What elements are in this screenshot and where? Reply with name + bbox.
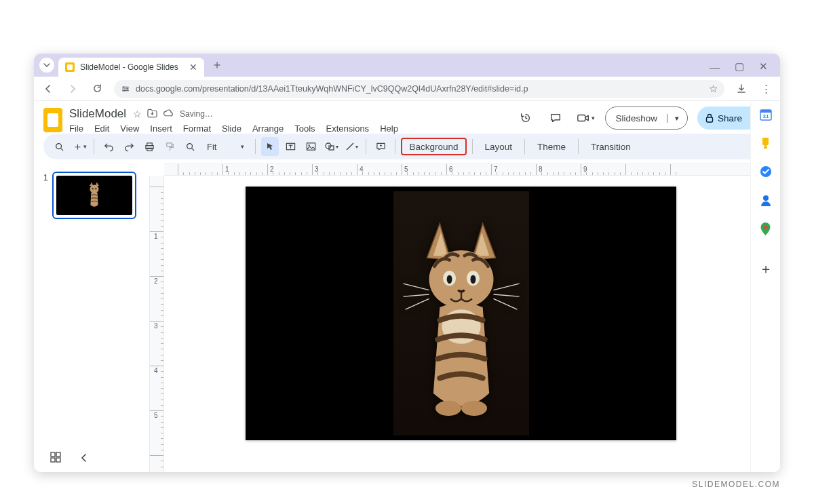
image-tool-icon[interactable] (302, 137, 319, 156)
keep-app-icon[interactable] (759, 136, 773, 150)
svg-rect-3 (578, 115, 585, 121)
zoom-icon[interactable] (181, 137, 199, 156)
star-doc-icon[interactable]: ☆ (133, 109, 142, 119)
menu-help[interactable]: Help (380, 123, 398, 134)
redo-icon[interactable] (120, 137, 138, 156)
svg-rect-9 (166, 142, 172, 146)
meet-icon[interactable]: ▾ (575, 108, 596, 128)
svg-point-36 (763, 195, 769, 201)
svg-point-22 (446, 275, 452, 284)
svg-point-25 (435, 401, 461, 416)
menu-view[interactable]: View (120, 123, 139, 134)
doc-title[interactable]: SlideModel (69, 107, 126, 121)
search-menus-icon[interactable] (50, 137, 68, 156)
slides-logo-icon[interactable] (43, 108, 62, 132)
calendar-app-icon[interactable]: 31 (759, 108, 773, 121)
slide-number: 1 (43, 172, 48, 219)
zoom-select[interactable]: Fit▾ (201, 137, 250, 156)
watermark: SLIDEMODEL.COM (692, 480, 780, 489)
nav-back-icon[interactable] (41, 81, 56, 96)
tab-close-icon[interactable]: ✕ (189, 62, 197, 73)
toolbar-divider (94, 139, 94, 154)
nav-forward-icon[interactable] (65, 81, 80, 96)
cat-thumb-image (85, 178, 104, 212)
menu-tools[interactable]: Tools (294, 123, 315, 134)
comment-tool-icon[interactable] (372, 137, 389, 156)
print-icon[interactable] (140, 137, 158, 156)
grid-view-icon[interactable] (50, 452, 61, 463)
vertical-ruler (149, 176, 164, 472)
svg-point-23 (470, 275, 476, 284)
canvas-area (149, 163, 780, 472)
svg-point-13 (309, 144, 310, 146)
layout-button[interactable]: Layout (478, 138, 520, 155)
svg-point-16 (90, 185, 98, 193)
window-minimize-icon[interactable]: — (710, 60, 720, 73)
textbox-tool-icon[interactable] (282, 137, 299, 156)
contacts-app-icon[interactable] (759, 193, 773, 207)
horizontal-ruler (164, 163, 780, 176)
bookmark-star-icon[interactable]: ☆ (709, 83, 718, 95)
line-tool-icon[interactable]: ▾ (343, 137, 360, 156)
slideshow-button[interactable]: Slideshow ▾ (605, 106, 688, 130)
tasks-app-icon[interactable] (759, 165, 773, 178)
paint-format-icon[interactable] (161, 137, 178, 156)
window-close-icon[interactable]: ✕ (759, 60, 768, 73)
slideshow-label: Slideshow (606, 113, 667, 123)
window-maximize-icon[interactable]: ▢ (735, 60, 744, 73)
svg-point-26 (461, 401, 487, 416)
add-side-panel-icon[interactable]: ＋ (759, 260, 773, 278)
toolbar-divider (578, 139, 579, 154)
menu-extensions[interactable]: Extensions (326, 123, 370, 134)
svg-rect-30 (56, 458, 60, 462)
menu-slide[interactable]: Slide (222, 123, 241, 134)
move-doc-icon[interactable] (147, 109, 157, 119)
cloud-status-icon[interactable] (163, 109, 173, 119)
menu-arrange[interactable]: Arrange (252, 123, 284, 134)
svg-rect-28 (56, 452, 60, 457)
svg-point-18 (95, 188, 96, 190)
downloads-icon[interactable] (734, 81, 749, 96)
comments-icon[interactable] (545, 108, 566, 128)
select-tool-icon[interactable] (261, 137, 279, 156)
slideshow-dropdown-icon[interactable]: ▾ (667, 114, 687, 123)
shape-tool-icon[interactable]: ▾ (322, 137, 340, 156)
theme-button[interactable]: Theme (530, 138, 573, 155)
svg-rect-12 (307, 143, 315, 150)
svg-point-0 (123, 86, 124, 88)
maps-app-icon[interactable] (759, 222, 773, 235)
nav-reload-icon[interactable] (90, 81, 104, 96)
svg-point-10 (187, 143, 192, 149)
site-settings-icon[interactable] (121, 84, 130, 94)
slide-filmstrip[interactable]: 1 (34, 163, 149, 472)
toolbar-divider (395, 139, 395, 154)
toolbar-divider (366, 139, 366, 154)
slide[interactable] (246, 187, 676, 440)
svg-rect-27 (51, 452, 55, 457)
transition-button[interactable]: Transition (584, 138, 638, 155)
browser-tab-strip: SlideModel - Google Slides ✕ ＋ — ▢ ✕ (34, 54, 780, 77)
browser-menu-icon[interactable]: ⋮ (758, 81, 773, 96)
browser-tab[interactable]: SlideModel - Google Slides ✕ (58, 58, 204, 77)
address-bar[interactable]: docs.google.com/presentation/d/13AAei1Tt… (114, 80, 724, 98)
menu-insert[interactable]: Insert (150, 123, 172, 134)
version-history-icon[interactable] (516, 108, 536, 128)
menu-file[interactable]: File (69, 123, 83, 134)
cat-image (397, 205, 526, 435)
toolbar-divider (472, 139, 473, 154)
svg-point-17 (92, 188, 93, 190)
menu-edit[interactable]: Edit (94, 123, 109, 134)
slide-background-image (393, 191, 529, 435)
tab-search-button[interactable] (39, 58, 54, 73)
toolbar: ＋▾ Fit▾ ▾ ▾ Background Layout (43, 134, 771, 159)
prev-slide-icon[interactable] (80, 453, 88, 463)
slide-thumbnail[interactable] (52, 172, 136, 219)
svg-point-2 (123, 90, 125, 91)
undo-icon[interactable] (100, 137, 117, 156)
saving-status: Saving… (180, 109, 213, 119)
menu-format[interactable]: Format (183, 123, 211, 134)
new-tab-button[interactable]: ＋ (211, 56, 223, 73)
background-button[interactable]: Background (401, 138, 466, 155)
slide-canvas[interactable] (164, 176, 780, 472)
new-slide-icon[interactable]: ＋▾ (71, 137, 88, 156)
